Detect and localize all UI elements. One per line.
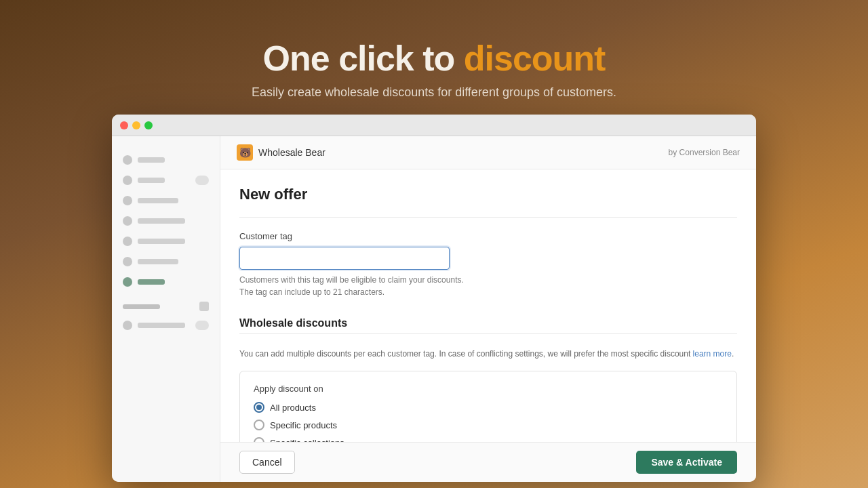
main-content: 🐻 Wholesale Bear by Conversion Bear New … bbox=[220, 136, 756, 482]
traffic-light-yellow[interactable] bbox=[132, 121, 140, 129]
sidebar-customers-label bbox=[138, 218, 185, 224]
sidebar-section-sales bbox=[112, 292, 220, 315]
sidebar-item-customers[interactable] bbox=[112, 211, 220, 231]
browser-titlebar bbox=[112, 115, 756, 136]
sidebar-customers-icon bbox=[123, 216, 132, 226]
brand-by: by Conversion Bear bbox=[669, 148, 740, 157]
form-area: New offer Customer tag Customers with th… bbox=[220, 169, 756, 442]
sidebar-orders-badge bbox=[195, 176, 209, 185]
customer-tag-input[interactable] bbox=[239, 247, 450, 270]
app-header: 🐻 Wholesale Bear by Conversion Bear bbox=[220, 136, 756, 169]
apply-label: Apply discount on bbox=[254, 384, 723, 394]
sidebar-home-label bbox=[138, 157, 165, 163]
traffic-light-red[interactable] bbox=[120, 121, 128, 129]
sidebar-online-store-badge bbox=[195, 321, 209, 330]
sidebar-apps-icon bbox=[123, 277, 132, 287]
browser-window: 🐻 Wholesale Bear by Conversion Bear New … bbox=[112, 115, 756, 482]
sidebar-products-label bbox=[138, 198, 178, 203]
sidebar-marketing-label bbox=[138, 259, 178, 264]
traffic-light-green[interactable] bbox=[144, 121, 153, 129]
wholesale-divider bbox=[239, 333, 737, 334]
cancel-button[interactable]: Cancel bbox=[239, 451, 295, 474]
sidebar-item-online-store[interactable] bbox=[112, 315, 220, 336]
sidebar-online-store-icon bbox=[123, 321, 132, 330]
radio-specific-products-label: Specific products bbox=[270, 420, 337, 430]
hint-line1: Customers with this tag will be eligible… bbox=[239, 275, 464, 285]
sidebar-online-store-label bbox=[138, 323, 185, 328]
sidebar-analytics-icon bbox=[123, 237, 132, 246]
hero-title: One click to discount bbox=[252, 38, 616, 79]
radio-specific-collections[interactable]: Specific collections bbox=[254, 437, 723, 442]
hero-section: One click to discount Easily create whol… bbox=[252, 19, 616, 100]
sidebar-section-icon bbox=[199, 302, 209, 311]
radio-all-products-label: All products bbox=[270, 403, 316, 413]
wholesale-section: Wholesale discounts You can add multiple… bbox=[239, 317, 737, 442]
browser-content: 🐻 Wholesale Bear by Conversion Bear New … bbox=[112, 136, 756, 482]
app-brand: 🐻 Wholesale Bear bbox=[237, 144, 326, 161]
customer-tag-section: Customer tag Customers with this tag wil… bbox=[239, 231, 737, 298]
sidebar-item-orders[interactable] bbox=[112, 170, 220, 190]
hero-title-accent: discount bbox=[464, 39, 606, 78]
brand-name: Wholesale Bear bbox=[258, 147, 326, 158]
brand-icon: 🐻 bbox=[237, 144, 253, 161]
sidebar-orders-label bbox=[138, 178, 165, 183]
radio-group-apply: All products Specific products Specific … bbox=[254, 402, 723, 442]
wholesale-title: Wholesale discounts bbox=[239, 317, 737, 329]
sidebar-apps-label bbox=[138, 279, 165, 285]
form-footer: Cancel Save & Activate bbox=[220, 442, 756, 482]
customer-tag-label: Customer tag bbox=[239, 231, 737, 241]
sidebar-item-marketing[interactable] bbox=[112, 251, 220, 272]
sidebar-marketing-icon bbox=[123, 257, 132, 266]
radio-specific-products-input[interactable] bbox=[254, 420, 264, 430]
hero-title-plain: One click to bbox=[263, 39, 464, 78]
wholesale-desc-text: You can add multiple discounts per each … bbox=[239, 349, 693, 359]
sidebar-item-products[interactable] bbox=[112, 190, 220, 211]
hint-line2: The tag can include up to 21 characters. bbox=[239, 287, 384, 297]
sidebar-item-analytics[interactable] bbox=[112, 231, 220, 251]
wholesale-desc: You can add multiple discounts per each … bbox=[239, 348, 737, 360]
discount-card: Apply discount on All products Specific … bbox=[239, 371, 737, 442]
sidebar-section-sales-label bbox=[123, 304, 160, 309]
sidebar-home-icon bbox=[123, 155, 132, 165]
learn-more-link[interactable]: learn more bbox=[693, 349, 732, 359]
save-activate-button[interactable]: Save & Activate bbox=[636, 451, 737, 474]
sidebar-orders-icon bbox=[123, 176, 132, 185]
customer-tag-hint: Customers with this tag will be eligible… bbox=[239, 274, 737, 298]
sidebar-item-home[interactable] bbox=[112, 150, 220, 170]
radio-all-products[interactable]: All products bbox=[254, 402, 723, 413]
sidebar-item-apps[interactable] bbox=[112, 272, 220, 292]
radio-specific-products[interactable]: Specific products bbox=[254, 420, 723, 430]
sidebar-analytics-label bbox=[138, 239, 185, 244]
radio-all-products-input[interactable] bbox=[254, 402, 264, 413]
sidebar bbox=[112, 136, 220, 482]
radio-specific-collections-input[interactable] bbox=[254, 437, 264, 442]
form-title: New offer bbox=[239, 186, 737, 203]
sidebar-products-icon bbox=[123, 196, 132, 205]
hero-subtitle: Easily create wholesale discounts for di… bbox=[252, 85, 616, 100]
form-divider bbox=[239, 217, 737, 218]
